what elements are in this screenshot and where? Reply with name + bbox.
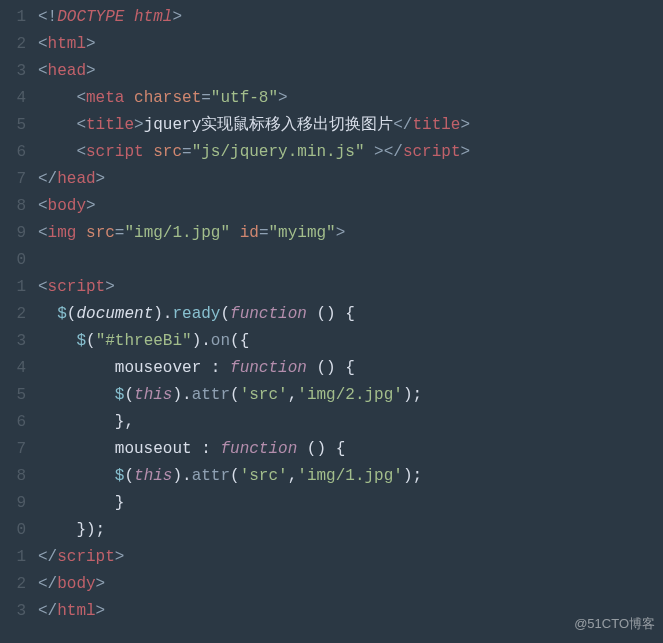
line-number: 3: [0, 598, 26, 625]
code-token: "js/jquery.min.js": [192, 143, 365, 161]
code-token: () {: [307, 305, 355, 323]
code-line: }: [38, 490, 663, 517]
code-token: "#threeBi": [96, 332, 192, 350]
code-token: this: [134, 467, 172, 485]
code-token: () {: [297, 440, 345, 458]
watermark: @51CTO博客: [574, 610, 655, 637]
code-token: [38, 251, 48, 269]
code-token: $: [76, 332, 86, 350]
code-token: html: [57, 602, 95, 620]
code-line: <meta charset="utf-8">: [38, 85, 663, 112]
code-line: <!DOCTYPE html>: [38, 4, 663, 31]
code-token: >: [278, 89, 288, 107]
code-token: 'src': [240, 467, 288, 485]
code-token: <: [76, 143, 86, 161]
code-token: "img/1.jpg": [124, 224, 230, 242]
code-token: body: [48, 197, 86, 215]
code-token: [124, 89, 134, 107]
code-token: ({: [230, 332, 249, 350]
code-line: <script>: [38, 274, 663, 301]
code-token: >: [134, 116, 144, 134]
line-number: 6: [0, 409, 26, 436]
code-token: [38, 116, 76, 134]
code-token: mouseover: [115, 359, 201, 377]
line-number: 5: [0, 112, 26, 139]
code-token: script: [48, 278, 106, 296]
code-token: =: [182, 143, 192, 161]
code-token: :: [201, 359, 230, 377]
code-token: ).: [172, 467, 191, 485]
code-token: </: [393, 116, 412, 134]
code-area: <!DOCTYPE html><html><head> <meta charse…: [38, 4, 663, 625]
code-token: >: [172, 8, 182, 26]
code-token: >: [86, 62, 96, 80]
code-token: [38, 305, 57, 323]
code-token: =: [201, 89, 211, 107]
code-token: >: [96, 602, 106, 620]
code-token: );: [403, 386, 422, 404]
code-token: );: [403, 467, 422, 485]
line-number: 6: [0, 139, 26, 166]
code-token: attr: [192, 386, 230, 404]
code-token: script: [403, 143, 461, 161]
code-token: >: [105, 278, 115, 296]
code-token: <: [38, 278, 48, 296]
code-token: "myimg": [269, 224, 336, 242]
code-token: >: [460, 116, 470, 134]
code-token: jquery实现鼠标移入移出切换图片: [144, 116, 394, 134]
line-number: 7: [0, 166, 26, 193]
code-token: [38, 440, 115, 458]
code-token: $: [57, 305, 67, 323]
code-token: >: [461, 143, 471, 161]
code-token: document: [76, 305, 153, 323]
code-token: title: [412, 116, 460, 134]
code-token: () {: [307, 359, 355, 377]
code-token: }: [38, 494, 124, 512]
code-token: function: [230, 305, 307, 323]
line-number: 2: [0, 301, 26, 328]
code-line: $(document).ready(function () {: [38, 301, 663, 328]
code-line: <head>: [38, 58, 663, 85]
code-line: <title>jquery实现鼠标移入移出切换图片</title>: [38, 112, 663, 139]
code-token: ready: [172, 305, 220, 323]
code-token: html: [48, 35, 86, 53]
code-token: DOCTYPE html: [57, 8, 172, 26]
code-token: [38, 89, 76, 107]
code-line: });: [38, 517, 663, 544]
line-number: 7: [0, 436, 26, 463]
code-token: (: [86, 332, 96, 350]
code-token: </: [38, 575, 57, 593]
code-token: >: [96, 575, 106, 593]
line-number: 2: [0, 31, 26, 58]
code-token: script: [86, 143, 144, 161]
code-line: $(this).attr('src','img/2.jpg');: [38, 382, 663, 409]
code-token: [230, 224, 240, 242]
code-token: [38, 386, 115, 404]
code-token: <: [38, 224, 48, 242]
line-number: 9: [0, 490, 26, 517]
code-token: "utf-8": [211, 89, 278, 107]
line-number: 5: [0, 382, 26, 409]
code-line: [38, 247, 663, 274]
code-token: <: [38, 197, 48, 215]
code-line: <script src="js/jquery.min.js" ></script…: [38, 139, 663, 166]
code-token: meta: [86, 89, 124, 107]
code-line: <img src="img/1.jpg" id="myimg">: [38, 220, 663, 247]
code-token: function: [220, 440, 297, 458]
code-token: [38, 143, 76, 161]
code-token: =: [115, 224, 125, 242]
code-token: src: [86, 224, 115, 242]
code-token: <: [38, 62, 48, 80]
line-number: 3: [0, 328, 26, 355]
code-line: </head>: [38, 166, 663, 193]
code-token: on: [211, 332, 230, 350]
code-token: [144, 143, 154, 161]
line-number: 8: [0, 463, 26, 490]
line-number: 0: [0, 517, 26, 544]
code-line: <html>: [38, 31, 663, 58]
code-token: [38, 467, 115, 485]
code-token: 'src': [240, 386, 288, 404]
code-token: <!: [38, 8, 57, 26]
code-token: this: [134, 386, 172, 404]
code-line: <body>: [38, 193, 663, 220]
